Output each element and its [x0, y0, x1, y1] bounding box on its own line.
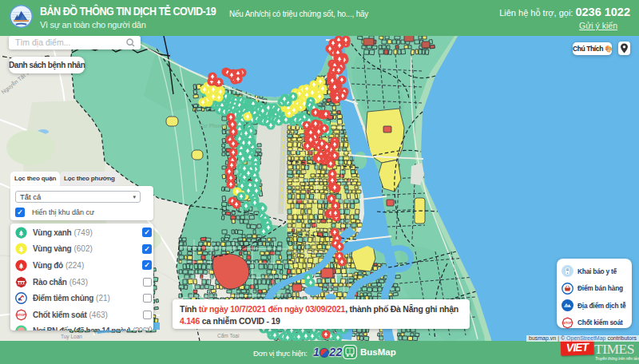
- svg-text:STOP: STOP: [17, 313, 26, 317]
- svg-text:Cư Phước: Cư Phước: [200, 123, 227, 129]
- svg-text:STOP: STOP: [563, 321, 572, 325]
- svg-text:Cẩm Toại: Cẩm Toại: [217, 333, 239, 338]
- svg-text:Tuy Loan: Tuy Loan: [61, 334, 82, 340]
